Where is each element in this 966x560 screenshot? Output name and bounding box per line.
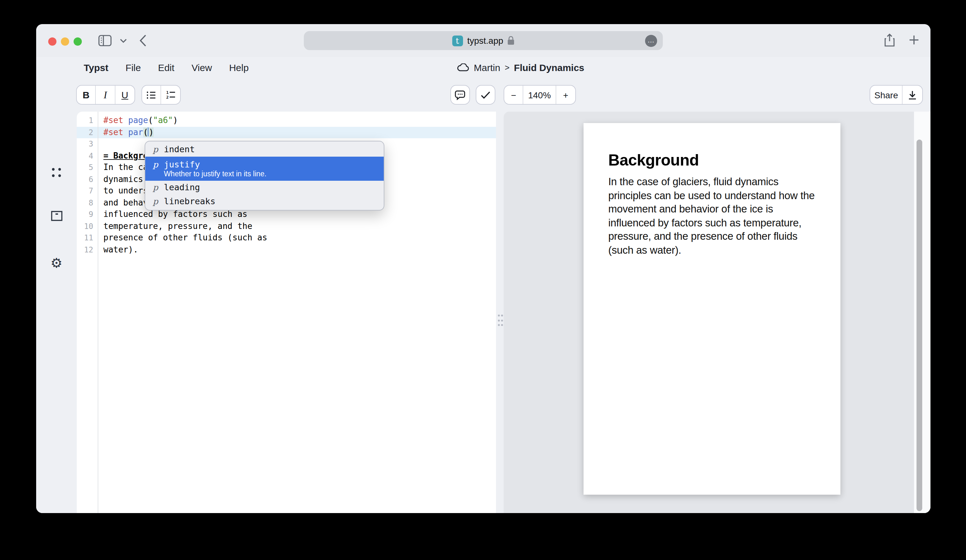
code-segment: #set — [104, 127, 123, 137]
breadcrumb: Martin > Fluid Dynamics — [457, 62, 584, 73]
code-segment: page — [128, 115, 148, 125]
browser-toolbar: t typst.app … — [36, 24, 930, 57]
preview-text-line: (such as water). — [608, 243, 816, 257]
autocomplete-item-leading[interactable]: pleading — [145, 181, 384, 195]
preview-scrollbar-thumb[interactable] — [917, 140, 922, 511]
line-number: 7 — [77, 185, 98, 197]
spellcheck-button[interactable] — [476, 85, 495, 105]
browser-window: t typst.app … — [36, 24, 930, 513]
autocomplete-label: justify — [164, 159, 266, 169]
address-bar[interactable]: t typst.app … — [304, 31, 663, 50]
fullscreen-window-button[interactable] — [74, 37, 82, 45]
chevron-down-icon[interactable] — [120, 39, 127, 43]
line-number: 8 — [77, 197, 98, 209]
line-number: 10 — [77, 220, 98, 232]
lock-icon — [508, 36, 515, 45]
preview-heading: Background — [608, 151, 816, 169]
code-line[interactable]: presence of other fluids (such as — [98, 232, 496, 244]
preview-text-line: influenced by factors such as temperatur… — [608, 216, 816, 230]
autocomplete-label: indent — [164, 144, 195, 154]
preview-text-line: movement and behavior of the ice is — [608, 202, 816, 216]
italic-button[interactable]: I — [96, 85, 115, 104]
files-panel-icon[interactable] — [36, 210, 77, 221]
menu-item-help[interactable]: Help — [229, 62, 249, 73]
underline-button[interactable]: U — [115, 85, 135, 104]
settings-gear-icon[interactable]: ⚙ — [36, 256, 77, 271]
close-window-button[interactable] — [48, 37, 56, 45]
autocomplete-description: Whether to justify text in its line. — [164, 170, 266, 177]
code-line[interactable]: #set page("a6") — [98, 115, 496, 126]
line-number: 6 — [77, 174, 98, 185]
page-settings-icon[interactable]: … — [645, 35, 657, 47]
minimize-window-button[interactable] — [61, 37, 69, 45]
comments-button[interactable] — [450, 85, 470, 105]
code-segment — [123, 127, 128, 137]
line-number: 9 — [77, 209, 98, 220]
preview-paragraph: In the case of glaciers, fluid dynamicsp… — [608, 175, 816, 257]
sidebar-toggle-icon[interactable] — [98, 35, 112, 46]
svg-text:1: 1 — [166, 91, 168, 95]
param-type-icon: p — [153, 183, 158, 192]
autocomplete-item-justify[interactable]: pjustifyWhether to justify text in its l… — [145, 157, 384, 181]
code-segment: ) — [149, 127, 154, 137]
param-type-icon: p — [153, 160, 158, 169]
preview-pane: Background In the case of glaciers, flui… — [504, 112, 914, 513]
autocomplete-item-indent[interactable]: pindent — [145, 143, 384, 157]
autocomplete-label: leading — [164, 182, 200, 192]
preview-text-line: In the case of glaciers, fluid dynamics — [608, 175, 816, 189]
code-segment — [123, 115, 128, 125]
code-line[interactable]: water). — [98, 244, 496, 256]
comment-icon — [455, 90, 465, 100]
zoom-in-button[interactable]: + — [556, 85, 575, 104]
code-segment: presence of other fluids (such as — [104, 233, 267, 242]
autocomplete-item-linebreaks[interactable]: plinebreaks — [145, 195, 384, 209]
menu-item-view[interactable]: View — [192, 62, 212, 73]
line-number: 2 — [77, 126, 98, 138]
share-group: Share — [869, 85, 923, 105]
pane-drag-handle[interactable] — [498, 315, 503, 327]
address-url: typst.app — [467, 36, 503, 46]
zoom-out-button[interactable]: − — [504, 85, 524, 104]
share-page-icon[interactable] — [884, 34, 895, 47]
autocomplete-popup: pindentpjustifyWhether to justify text i… — [145, 141, 384, 210]
share-button[interactable]: Share — [870, 85, 903, 104]
code-line[interactable]: #set par() — [98, 126, 496, 138]
new-tab-icon[interactable] — [909, 35, 919, 45]
line-number: 4 — [77, 150, 98, 162]
numbered-list-button[interactable]: 1 2 — [161, 85, 180, 104]
code-segment: par — [128, 127, 143, 137]
autocomplete-label: linebreaks — [164, 196, 216, 206]
menu-item-typst[interactable]: Typst — [84, 62, 108, 73]
breadcrumb-separator: > — [504, 63, 509, 72]
param-type-icon: p — [153, 145, 158, 154]
checkmark-icon — [481, 91, 490, 99]
code-line[interactable]: temperature, pressure, and the — [98, 220, 496, 232]
breadcrumb-workspace[interactable]: Martin — [474, 62, 500, 73]
line-number: 11 — [77, 232, 98, 244]
breadcrumb-document-title: Fluid Dynamics — [514, 62, 585, 73]
preview-text-line: pressure, and the presence of other flui… — [608, 230, 816, 243]
line-number: 5 — [77, 162, 98, 174]
bold-button[interactable]: B — [77, 85, 96, 104]
text-style-group: B I U — [76, 85, 135, 105]
cloud-icon — [457, 63, 469, 72]
code-segment: ( — [143, 127, 148, 137]
preview-text-line: principles can be used to understand how… — [608, 189, 816, 202]
code-segment: ( — [148, 115, 153, 125]
code-segment: ) — [173, 115, 178, 125]
zoom-level[interactable]: 140% — [524, 85, 556, 104]
list-style-group: 1 2 — [141, 85, 181, 105]
typst-favicon: t — [452, 35, 463, 46]
menu-item-edit[interactable]: Edit — [158, 62, 174, 73]
line-number: 1 — [77, 115, 98, 126]
preview-scrollbar-track[interactable] — [914, 112, 930, 513]
bullet-list-button[interactable] — [142, 85, 161, 104]
line-number: 3 — [77, 138, 98, 150]
grid-menu-icon[interactable] — [36, 168, 77, 177]
pane-divider[interactable] — [496, 112, 504, 513]
download-button[interactable] — [903, 85, 922, 104]
back-icon[interactable] — [140, 34, 146, 47]
menu-item-file[interactable]: File — [126, 62, 141, 73]
line-number: 12 — [77, 244, 98, 256]
code-segment: influenced by factors such as — [104, 209, 247, 219]
